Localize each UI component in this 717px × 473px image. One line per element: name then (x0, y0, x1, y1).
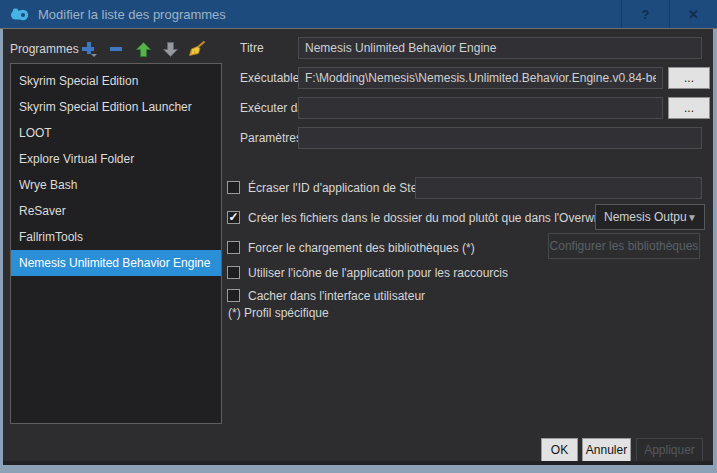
reset-defaults-button[interactable] (187, 39, 207, 59)
create-files-label: Créer les fichiers dans le dossier du mo… (248, 209, 626, 227)
broom-icon (188, 40, 206, 58)
steam-appid-label: Écraser l'ID d'application de Steam (248, 179, 434, 197)
use-app-icon-checkbox[interactable] (227, 266, 240, 279)
minus-icon (108, 41, 124, 57)
titlebar[interactable]: Modifier la liste des programmes ? ✕ (0, 0, 717, 28)
window-border-left (0, 29, 3, 465)
title-input[interactable] (298, 37, 702, 59)
executables-dialog: Modifier la liste des programmes ? ✕ Pro… (0, 0, 717, 473)
window-title: Modifier la liste des programmes (38, 7, 226, 22)
close-button[interactable]: ✕ (669, 0, 717, 28)
move-down-button[interactable] (160, 39, 180, 59)
list-item[interactable]: FallrimTools (11, 224, 221, 250)
params-input[interactable] (298, 127, 702, 149)
steam-appid-input[interactable] (415, 177, 702, 199)
ok-button[interactable]: OK (541, 438, 578, 462)
close-icon: ✕ (688, 7, 699, 22)
create-files-checkbox[interactable]: ✓ (227, 211, 240, 224)
mo2-logo-icon (10, 7, 29, 22)
list-item[interactable]: Skyrim Special Edition Launcher (11, 94, 221, 120)
workdir-input[interactable] (298, 97, 663, 119)
list-item[interactable]: Skyrim Special Edition (11, 68, 221, 94)
mod-output-dropdown[interactable]: Nemesis Output ▼ (595, 204, 705, 230)
program-list[interactable]: Skyrim Special Edition Skyrim Special Ed… (10, 63, 222, 424)
use-app-icon-label: Utiliser l'icône de l'application pour l… (248, 264, 508, 282)
list-item[interactable]: LOOT (11, 120, 221, 146)
arrow-down-icon (162, 41, 179, 58)
plus-icon (80, 40, 98, 58)
list-item[interactable]: Explore Virtual Folder (11, 146, 221, 172)
force-load-label: Forcer le chargement des bibliothèques (… (248, 239, 475, 257)
hide-ui-label: Cacher dans l'interface utilisateur (248, 287, 425, 305)
binary-label: Exécutable (240, 71, 299, 86)
force-load-checkbox[interactable] (227, 241, 240, 254)
cancel-button[interactable]: Annuler (582, 438, 631, 462)
list-item[interactable]: ReSaver (11, 198, 221, 224)
help-icon: ? (642, 7, 650, 22)
params-label: Paramètres (240, 131, 302, 146)
configure-libraries-button: Configurer les bibliothèques (548, 233, 700, 259)
help-button[interactable]: ? (621, 0, 669, 28)
chevron-down-icon: ▼ (687, 212, 697, 223)
list-item[interactable]: Wrye Bash (11, 172, 221, 198)
mod-output-value: Nemesis Output (604, 210, 687, 224)
title-label: Titre (240, 41, 264, 56)
list-item-selected[interactable]: Nemesis Unlimited Behavior Engine (11, 250, 221, 276)
apply-button: Appliquer (636, 438, 703, 462)
add-program-button[interactable] (79, 39, 99, 59)
programs-label: Programmes (10, 42, 79, 56)
window-border-bottom (0, 465, 717, 473)
arrow-up-icon (135, 41, 152, 58)
binary-input[interactable] (298, 67, 663, 89)
steam-appid-checkbox[interactable] (227, 181, 240, 194)
titlebar-separator (0, 28, 717, 29)
hide-ui-checkbox[interactable] (227, 289, 240, 302)
move-up-button[interactable] (133, 39, 153, 59)
browse-binary-button[interactable]: ... (668, 67, 710, 89)
profile-specific-note: (*) Profil spécifique (228, 306, 329, 320)
remove-program-button[interactable] (106, 39, 126, 59)
window-border-right (713, 29, 717, 465)
browse-workdir-button[interactable]: ... (668, 97, 710, 119)
